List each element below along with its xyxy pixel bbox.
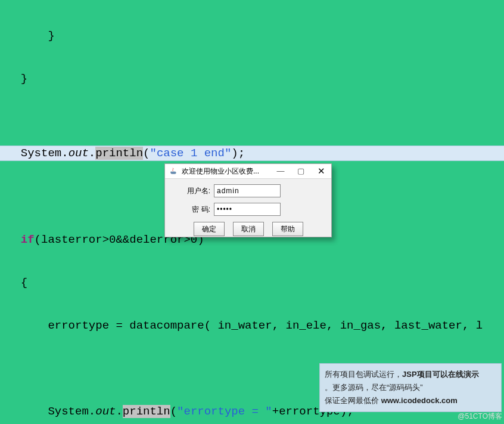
minimize-button[interactable]: —: [270, 164, 291, 178]
java-icon: [169, 166, 178, 176]
promo-text-bold: JSP项目可以在线演示: [402, 370, 479, 379]
cancel-button[interactable]: 取消: [233, 222, 264, 236]
password-label: 密 码:: [171, 202, 210, 216]
close-button[interactable]: ✕: [311, 164, 331, 178]
promo-url: www.icodedock.com: [381, 396, 458, 405]
promo-text: 保证全网最低价: [325, 396, 381, 405]
code-text: }: [7, 72, 27, 85]
maximize-button[interactable]: ▢: [291, 164, 311, 178]
password-input[interactable]: [214, 203, 281, 216]
watermark: @51CTO博客: [458, 409, 502, 423]
promo-text: 所有项目包调试运行，: [325, 370, 402, 379]
ok-button[interactable]: 确定: [194, 222, 225, 236]
promo-box: 所有项目包调试运行，JSP项目可以在线演示 。更多源码，尽在“源码码头” 保证全…: [319, 363, 502, 412]
promo-text: 。更多源码，尽在“源码码头”: [325, 383, 423, 392]
username-label: 用户名:: [171, 184, 210, 198]
username-input[interactable]: [214, 184, 281, 197]
login-dialog: 欢迎使用物业小区收费... — ▢ ✕ 用户名: 密 码: 确定 取消 帮助: [164, 163, 332, 237]
dialog-title: 欢迎使用物业小区收费...: [182, 164, 270, 178]
help-button[interactable]: 帮助: [272, 222, 303, 236]
dialog-titlebar[interactable]: 欢迎使用物业小区收费... — ▢ ✕: [165, 164, 331, 179]
code-line-highlighted: System.out.println("case 1 end");: [0, 146, 504, 161]
code-text: }: [7, 29, 55, 42]
